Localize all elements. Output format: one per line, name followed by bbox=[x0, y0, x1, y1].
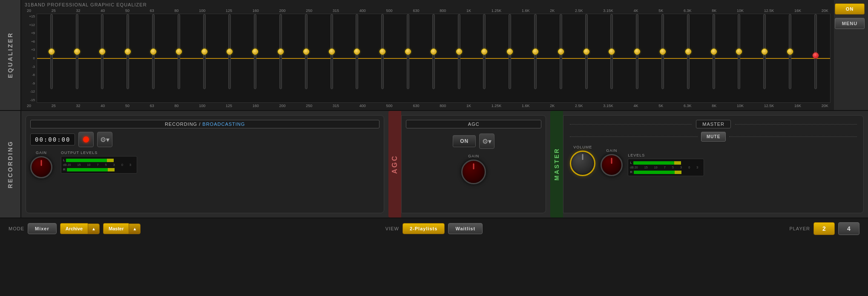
eq-slider-thumb-25[interactable] bbox=[74, 49, 80, 55]
settings-button-rec[interactable]: ⚙▾ bbox=[97, 132, 112, 147]
eq-band-20K bbox=[814, 14, 817, 102]
eq-slider-thumb-20[interactable] bbox=[49, 49, 55, 55]
master-gain-knob[interactable] bbox=[601, 154, 623, 176]
eq-band-10K bbox=[738, 14, 740, 102]
eq-slider-track-63[interactable] bbox=[178, 14, 180, 89]
eq-slider-thumb-20K[interactable] bbox=[813, 52, 819, 58]
player-2-button[interactable]: 2 bbox=[813, 222, 835, 235]
eq-slider-track-400[interactable] bbox=[381, 14, 384, 89]
mixer-button[interactable]: Mixer bbox=[28, 223, 57, 234]
rec-level-scale: dB 20 15 10 7 5 3 0 3 bbox=[63, 163, 131, 166]
agc-on-button[interactable]: ON bbox=[453, 135, 476, 147]
eq-slider-thumb-8K[interactable] bbox=[711, 49, 717, 55]
eq-slider-thumb-16K[interactable] bbox=[787, 49, 793, 55]
eq-slider-track-1K[interactable] bbox=[483, 14, 486, 89]
eq-slider-thumb-400[interactable] bbox=[379, 49, 385, 55]
eq-slider-thumb-6.3K[interactable] bbox=[685, 49, 691, 55]
eq-slider-thumb-1.25K[interactable] bbox=[507, 49, 513, 55]
eq-slider-track-20[interactable] bbox=[50, 14, 53, 89]
eq-slider-thumb-63[interactable] bbox=[176, 49, 182, 55]
eq-slider-thumb-2K[interactable] bbox=[558, 49, 564, 55]
eq-slider-thumb-5K[interactable] bbox=[660, 49, 666, 55]
eq-slider-thumb-12.5K[interactable] bbox=[762, 49, 767, 55]
eq-slider-track-50[interactable] bbox=[152, 14, 155, 89]
eq-slider-track-1.25K[interactable] bbox=[509, 14, 511, 89]
archive-arrow-button[interactable]: ▲ bbox=[88, 223, 100, 234]
eq-slider-track-1.6K[interactable] bbox=[534, 14, 537, 89]
eq-slider-track-32[interactable] bbox=[101, 14, 103, 89]
eq-slider-track-80[interactable] bbox=[203, 14, 206, 89]
eq-band-800 bbox=[458, 14, 460, 102]
eq-menu-button[interactable]: MENU bbox=[835, 18, 865, 29]
eq-main: 31BAND PROFESSIONAL GRAPHIC EQUALIZER 20… bbox=[21, 0, 834, 110]
eq-slider-track-315[interactable] bbox=[356, 14, 358, 89]
footer-mode-section: MODE Mixer Archive ▲ Master ▲ bbox=[9, 223, 292, 234]
eq-band-8K bbox=[713, 14, 715, 102]
player-4-button[interactable]: 4 bbox=[838, 222, 859, 235]
eq-slider-track-250[interactable] bbox=[331, 14, 333, 89]
eq-slider-thumb-50[interactable] bbox=[150, 49, 156, 55]
eq-slider-track-12.5K[interactable] bbox=[763, 14, 766, 89]
eq-band-32 bbox=[101, 14, 103, 102]
eq-slider-thumb-160[interactable] bbox=[278, 49, 284, 55]
agc-btn-row: ON ⚙▾ bbox=[453, 133, 494, 149]
eq-slider-track-125[interactable] bbox=[254, 14, 256, 89]
eq-slider-track-100[interactable] bbox=[228, 14, 231, 89]
agc-settings-button[interactable]: ⚙▾ bbox=[479, 133, 494, 149]
eq-slider-track-20K[interactable] bbox=[814, 14, 817, 89]
waitlist-button[interactable]: Waitlist bbox=[448, 223, 483, 234]
eq-slider-thumb-1K[interactable] bbox=[481, 49, 487, 55]
eq-slider-track-500[interactable] bbox=[407, 14, 409, 89]
master-level-meter: L dB 20 15 10 7 5 3 bbox=[628, 159, 704, 176]
eq-slider-thumb-500[interactable] bbox=[405, 49, 411, 55]
eq-slider-thumb-630[interactable] bbox=[431, 49, 437, 55]
eq-slider-track-5K[interactable] bbox=[661, 14, 664, 89]
master-title-row: MASTER bbox=[570, 120, 857, 128]
rec-level-l-row: L bbox=[63, 158, 135, 162]
eq-slider-track-10K[interactable] bbox=[738, 14, 740, 89]
master-mute-button[interactable]: MUTE bbox=[701, 132, 726, 142]
eq-slider-track-25[interactable] bbox=[76, 14, 78, 89]
eq-slider-thumb-315[interactable] bbox=[354, 49, 360, 55]
eq-slider-thumb-250[interactable] bbox=[329, 49, 335, 55]
agc-gain-knob[interactable] bbox=[461, 160, 486, 184]
eq-slider-track-4K[interactable] bbox=[636, 14, 638, 89]
eq-slider-track-630[interactable] bbox=[432, 14, 435, 89]
master-volume-knob[interactable] bbox=[570, 151, 595, 176]
eq-slider-thumb-2.5K[interactable] bbox=[583, 49, 589, 55]
eq-slider-thumb-3.15K[interactable] bbox=[609, 49, 615, 55]
eq-slider-track-2K[interactable] bbox=[560, 14, 562, 89]
eq-band-20 bbox=[50, 14, 53, 102]
master-arrow-button[interactable]: ▲ bbox=[129, 223, 141, 234]
eq-slider-thumb-125[interactable] bbox=[252, 49, 258, 55]
eq-slider-thumb-80[interactable] bbox=[201, 49, 207, 55]
eq-slider-track-16K[interactable] bbox=[789, 14, 791, 89]
playlists-button[interactable]: 2-Playlists bbox=[402, 223, 445, 234]
eq-band-500 bbox=[407, 14, 409, 102]
eq-slider-thumb-200[interactable] bbox=[303, 49, 309, 55]
eq-slider-track-2.5K[interactable] bbox=[585, 14, 588, 89]
eq-slider-track-3.15K[interactable] bbox=[610, 14, 613, 89]
eq-label-bar: EQUALIZER bbox=[0, 0, 21, 110]
eq-slider-thumb-10K[interactable] bbox=[736, 49, 742, 55]
eq-band-250 bbox=[331, 14, 333, 102]
record-button[interactable] bbox=[78, 132, 94, 147]
master-btn-group: Master ▲ bbox=[103, 223, 141, 234]
eq-slider-track-800[interactable] bbox=[458, 14, 460, 89]
archive-button[interactable]: Archive bbox=[60, 223, 88, 234]
rec-gain-knob[interactable] bbox=[30, 156, 52, 178]
eq-on-button[interactable]: ON bbox=[835, 3, 865, 15]
eq-slider-track-8K[interactable] bbox=[713, 14, 715, 89]
eq-slider-thumb-4K[interactable] bbox=[634, 49, 640, 55]
eq-slider-track-40[interactable] bbox=[126, 14, 129, 89]
eq-slider-thumb-100[interactable] bbox=[227, 49, 233, 55]
eq-slider-thumb-32[interactable] bbox=[99, 49, 105, 55]
master-footer-button[interactable]: Master bbox=[103, 223, 129, 234]
eq-slider-thumb-1.6K[interactable] bbox=[532, 49, 538, 55]
eq-slider-thumb-800[interactable] bbox=[456, 49, 462, 55]
eq-slider-thumb-40[interactable] bbox=[125, 49, 131, 55]
eq-slider-track-160[interactable] bbox=[279, 14, 282, 89]
eq-slider-track-6.3K[interactable] bbox=[687, 14, 690, 89]
eq-slider-track-200[interactable] bbox=[305, 14, 308, 89]
agc-title: AGC bbox=[406, 120, 541, 128]
